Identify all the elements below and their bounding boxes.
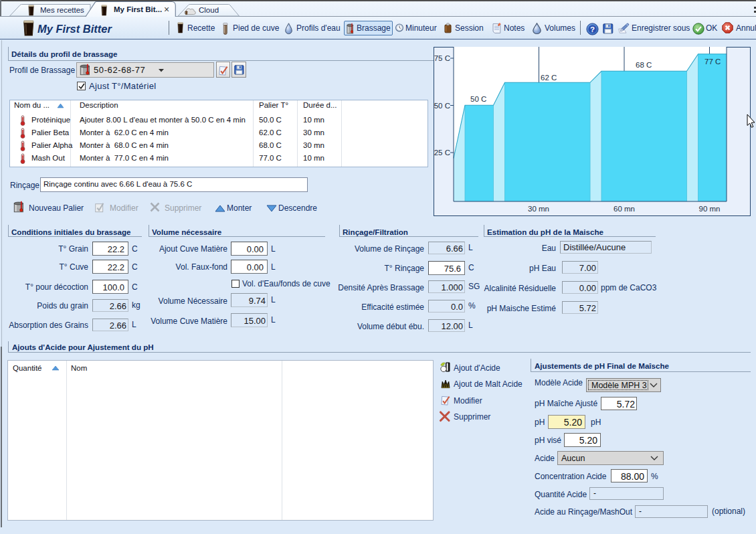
svg-text:62 C: 62 C bbox=[541, 74, 557, 82]
svg-text:90 mn: 90 mn bbox=[699, 205, 721, 213]
svg-text:50 C: 50 C bbox=[434, 102, 450, 110]
svg-text:30 mn: 30 mn bbox=[528, 205, 549, 213]
svg-text:68 C: 68 C bbox=[636, 61, 652, 69]
svg-text:77 C: 77 C bbox=[704, 58, 721, 66]
svg-text:25 C: 25 C bbox=[434, 149, 450, 157]
svg-text:?: ? bbox=[590, 25, 595, 33]
svg-text:60 mn: 60 mn bbox=[613, 205, 635, 213]
svg-text:50 C: 50 C bbox=[470, 95, 486, 103]
svg-text:75 C: 75 C bbox=[434, 54, 450, 62]
